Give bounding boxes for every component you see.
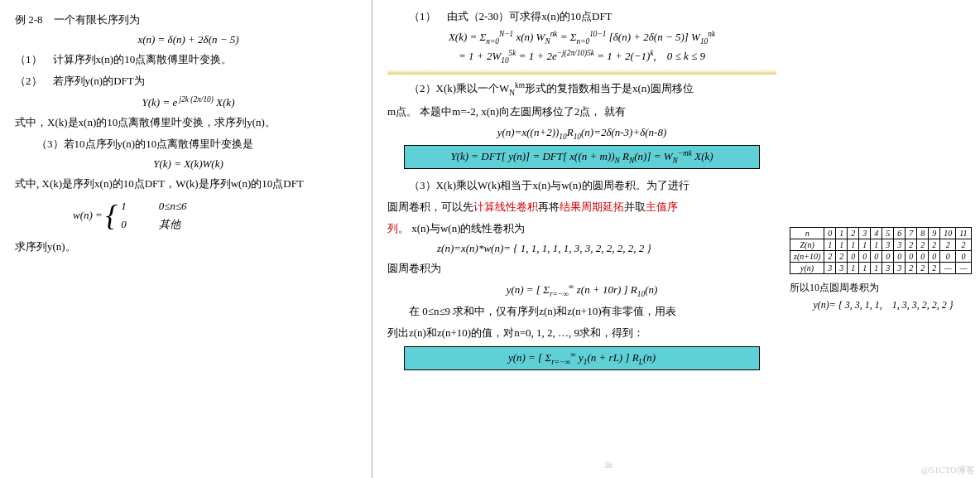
sol-2-p1: （2）X(k)乘以一个WNkm形式的复指数相当于是x(n)圆周移位 — [387, 80, 776, 99]
sol-3-highlight-box: y(n) = [ Σr=−∞∞ y1(n + rL) ] RL(n) — [404, 346, 760, 370]
table-row: z(n+10) 2200000000 00 — [790, 251, 972, 263]
sol-2-eq1: y(n)=x((n+2))10R10(n)=2δ(n-3)+δ(n-8) — [387, 126, 776, 141]
sol-3-p3: 列出z(n)和z(n+10)的值，对n=0, 1, 2, …, 9求和，得到： — [387, 325, 776, 341]
wn-row-1: 1 0≤n≤6 — [121, 199, 186, 214]
sol-3-p1b: 圆周卷积，可以先计算线性卷积再将结果周期延拓并取主值序 — [387, 199, 776, 215]
problem-column: 例 2-8 一个有限长序列为 x(n) = δ(n) + 2δ(n − 5) （… — [0, 0, 372, 478]
sol-3-label: 圆周卷积为 — [387, 260, 776, 277]
sol-1-eq2: = 1 + 2W105k = 1 + 2e−j(2π/10)5k = 1 + 2… — [387, 49, 776, 65]
table-column: n 0123456789 1011 Z(n) 1111133222 22 z(n… — [786, 0, 980, 478]
th-n: n — [790, 228, 824, 239]
sol-3-p1a: （3）X(k)乘以W(k)相当于x(n)与w(n)的圆周卷积。为了进行 — [387, 177, 776, 194]
eq-wn-definition: w(n) = { 1 0≤n≤6 0 其他 — [73, 197, 362, 234]
table-row: Z(n) 1111133222 22 — [790, 239, 972, 251]
wn-lhs: w(n) = — [73, 209, 103, 222]
eq-xn: x(n) = δ(n) + 2δ(n − 5) — [15, 33, 362, 46]
right-result: y(n)= { 3, 3, 1, 1, 1, 3, 3, 2, 2, 2 } — [790, 298, 977, 312]
page-number: 36 — [604, 461, 612, 470]
question-2: （2） 若序列y(n)的DFT为 — [15, 73, 362, 89]
question-3: （3）若10点序列y(n)的10点离散傅里叶变换是 — [15, 136, 362, 152]
sol-3-eq2: y(n) = [ Σr=−∞∞ z(n + 10r) ] R10(n) — [387, 282, 776, 298]
sol-2-highlight-box: Y(k) = DFT[ y(n)] = DFT[ x((n + m))N RN(… — [404, 145, 760, 169]
sol-2-p2: m点。 本题中m=-2, x(n)向左圆周移位了2点， 就有 — [387, 104, 776, 120]
eq-Yk-XkWk: Y(k) = X(k)W(k) — [15, 157, 362, 171]
table-row: y(n) 3311133222 —— — [790, 263, 972, 274]
value-table: n 0123456789 1011 Z(n) 1111133222 22 z(n… — [790, 227, 972, 274]
divider-1 — [387, 70, 776, 75]
left-brace-icon: { — [106, 200, 118, 230]
right-note: 所以10点圆周卷积为 — [790, 281, 977, 295]
watermark: @51CTO博客 — [921, 464, 975, 476]
example-title: 例 2-8 一个有限长序列为 — [15, 12, 362, 28]
eq-Yk-exp: Y(k) = e j2k (2π/10) X(k) — [15, 94, 362, 109]
sol-1-eq1: X(k) = Σn=0N−1 x(n) WNnk = Σn=010−1 [δ(n… — [387, 30, 776, 46]
wn-row-2: 0 其他 — [121, 217, 186, 232]
sol-3-p1c: 列。 x(n)与w(n)的线性卷积为 — [387, 220, 776, 237]
solution-column: （1） 由式（2-30）可求得x(n)的10点DFT X(k) = Σn=0N−… — [372, 0, 786, 478]
note-1: 式中，X(k)是x(n)的10点离散傅里叶变换，求序列y(n)。 — [15, 114, 362, 131]
table-header-row: n 0123456789 1011 — [790, 228, 972, 239]
ask-yn: 求序列y(n)。 — [15, 239, 362, 255]
note-2: 式中, X(k)是序列x(n)的10点DFT，W(k)是序列w(n)的10点DF… — [15, 176, 362, 192]
sol-3-p2: 在 0≤n≤9 求和中，仅有序列z(n)和z(n+10)有非零值，用表 — [387, 303, 776, 320]
question-1: （1） 计算序列x(n)的10点离散傅里叶变换。 — [15, 51, 362, 68]
sol-1-title: （1） 由式（2-30）可求得x(n)的10点DFT — [387, 8, 776, 25]
sol-3-eq1: z(n)=x(n)*w(n)= { 1, 1, 1, 1, 1, 3, 3, 2… — [437, 242, 776, 255]
